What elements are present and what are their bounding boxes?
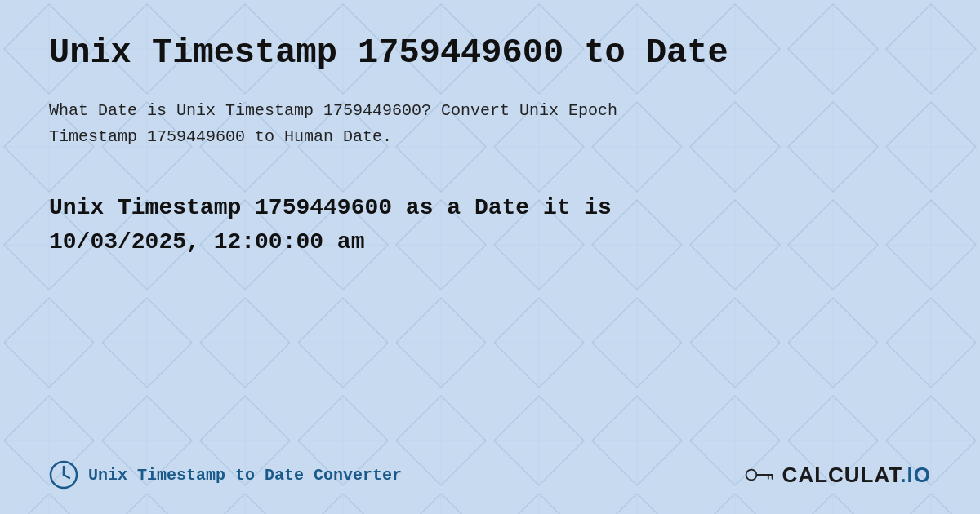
- result-text: Unix Timestamp 1759449600 as a Date it i…: [49, 191, 784, 259]
- clock-icon: [49, 460, 78, 490]
- logo: CALCULAT.IO: [745, 462, 931, 488]
- logo-text: CALCULAT.IO: [782, 463, 931, 488]
- footer-label: Unix Timestamp to Date Converter: [88, 466, 402, 485]
- description-text: What Date is Unix Timestamp 1759449600? …: [49, 98, 784, 150]
- svg-line-11: [64, 475, 69, 478]
- footer: Unix Timestamp to Date Converter CALCULA…: [49, 460, 931, 490]
- footer-left: Unix Timestamp to Date Converter: [49, 460, 402, 490]
- logo-icon: [745, 462, 777, 488]
- page-title: Unix Timestamp 1759449600 to Date: [49, 33, 931, 73]
- svg-point-12: [746, 470, 756, 481]
